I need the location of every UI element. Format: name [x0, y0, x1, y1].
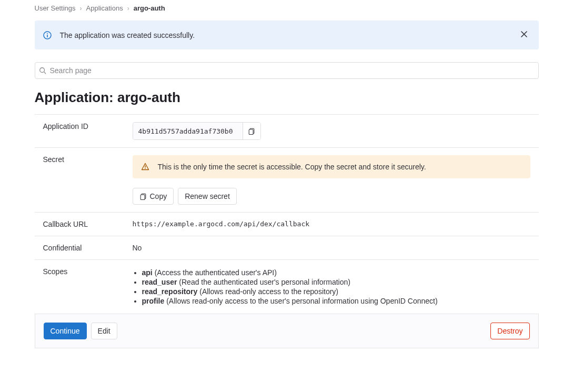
- scopes-list: api (Access the authenticated user's API…: [133, 268, 530, 305]
- label-secret: Secret: [35, 148, 124, 213]
- svg-rect-7: [145, 168, 145, 169]
- copy-secret-button[interactable]: Copy: [133, 188, 174, 205]
- confidential-value: No: [124, 236, 539, 260]
- label-scopes: Scopes: [35, 260, 124, 314]
- page-title: Application: argo-auth: [35, 89, 539, 106]
- destroy-button[interactable]: Destroy: [490, 323, 529, 339]
- breadcrumb: User Settings › Applications › argo-auth: [35, 4, 539, 21]
- search-page: [35, 62, 539, 79]
- list-item: api (Access the authenticated user's API…: [142, 268, 530, 277]
- warning-icon: [141, 163, 149, 171]
- svg-rect-5: [249, 129, 253, 135]
- list-item: profile (Allows read-only access to the …: [142, 297, 530, 305]
- label-application-id: Application ID: [35, 115, 124, 148]
- label-confidential: Confidential: [35, 236, 124, 260]
- svg-rect-2: [47, 33, 48, 34]
- secret-warning: This is the only time the secret is acce…: [133, 155, 530, 178]
- application-id-group: [133, 122, 261, 140]
- copy-application-id-button[interactable]: [243, 123, 260, 139]
- footer-actions: Continue Edit Destroy: [35, 314, 539, 348]
- chevron-right-icon: ›: [80, 5, 82, 12]
- close-flash-button[interactable]: [518, 28, 530, 42]
- clipboard-icon: [248, 127, 255, 135]
- close-icon: [520, 30, 528, 38]
- svg-rect-1: [47, 35, 48, 37]
- application-id-field[interactable]: [133, 123, 243, 139]
- flash-success: The application was created successfully…: [35, 21, 539, 49]
- flash-message: The application was created successfully…: [60, 31, 195, 39]
- info-icon: [43, 31, 52, 39]
- list-item: read_repository (Allows read-only access…: [142, 287, 530, 296]
- label-callback-url: Callback URL: [35, 213, 124, 236]
- svg-rect-6: [145, 166, 145, 168]
- callback-url-value: https://example.argocd.com/api/dex/callb…: [124, 213, 539, 236]
- breadcrumb-section[interactable]: Applications: [86, 4, 123, 12]
- list-item: read_user (Read the authenticated user's…: [142, 278, 530, 286]
- svg-rect-9: [140, 195, 145, 200]
- secret-warning-text: This is the only time the secret is acce…: [158, 163, 426, 171]
- chevron-right-icon: ›: [127, 5, 129, 12]
- edit-button[interactable]: Edit: [91, 323, 117, 339]
- continue-button[interactable]: Continue: [44, 323, 87, 339]
- renew-secret-button[interactable]: Renew secret: [178, 188, 237, 205]
- clipboard-icon: [139, 193, 147, 200]
- breadcrumb-current: argo-auth: [134, 4, 165, 12]
- search-input[interactable]: [35, 62, 539, 79]
- breadcrumb-root[interactable]: User Settings: [35, 4, 76, 12]
